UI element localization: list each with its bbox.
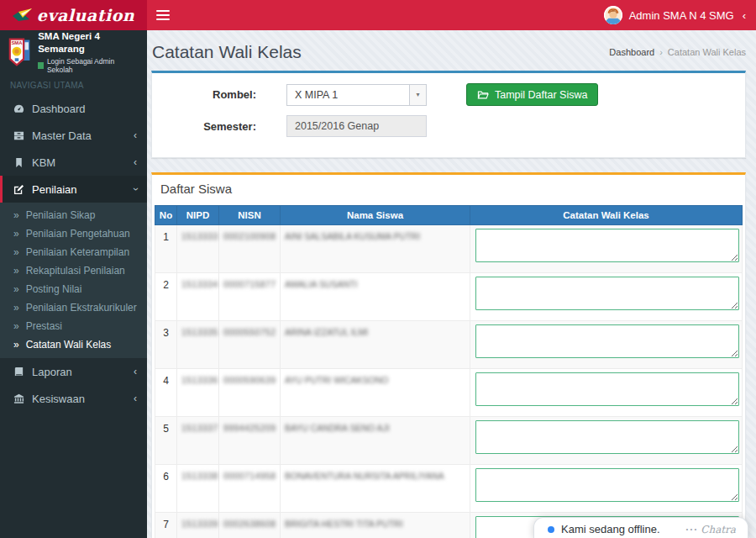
nama-siswa-cell: AINI SALSABILA KUSUMA PUTRI [281, 225, 470, 273]
catatan-textarea[interactable] [475, 468, 739, 502]
page-title: Catatan Wali Kelas [152, 42, 302, 62]
sidebar-item-kesiswaan[interactable]: Kesiswaan ‹ [0, 385, 147, 412]
sidebar: SMA SMA Negeri 4 Semarang Login Sebagai … [0, 30, 147, 538]
catatan-textarea[interactable] [475, 229, 739, 262]
row-number: 6 [155, 465, 177, 513]
brand-logo-link[interactable]: evaluation [0, 0, 147, 30]
chevron-down-icon: ‹ [130, 187, 140, 191]
table-row: 5 1513337 9994425209 BAYU CANDRA SENO AJ… [155, 417, 743, 465]
nisn-cell: 0000590639 [219, 369, 281, 417]
nama-siswa-cell: AYU PUTRI WICAKSONO [281, 369, 470, 417]
catatan-textarea[interactable] [475, 420, 739, 454]
bank-icon [13, 393, 24, 404]
nisn-cell: 0002100908 [219, 225, 281, 273]
bookmark-icon [13, 157, 24, 168]
double-angle-icon [13, 302, 19, 314]
double-angle-icon [13, 283, 19, 295]
nama-siswa-cell: ARINA IZZATUL ILMI [281, 321, 470, 369]
double-angle-icon [13, 228, 19, 240]
sidebar-subitem-prestasi[interactable]: Prestasi [0, 317, 147, 335]
chevron-down-icon: ▾ [409, 85, 426, 105]
catatan-textarea[interactable] [475, 277, 739, 310]
chat-status-text: Kami sedang offline. [561, 523, 660, 535]
chat-widget[interactable]: Kami sedang offline. Chatra [533, 517, 748, 538]
table-header-row: No NIPD NISN Nama Siswa Catatan Wali Kel… [155, 206, 743, 225]
nav-section-label: NAVIGASI UTAMA [0, 74, 147, 95]
col-no: No [155, 206, 177, 225]
chevron-left-icon: ‹ [743, 10, 746, 21]
paper-plane-logo-icon [13, 8, 33, 22]
catatan-cell [470, 465, 743, 513]
pencil-square-icon [13, 184, 24, 195]
dashboard-icon [13, 103, 24, 114]
breadcrumb-current: Catatan Wali Kelas [668, 47, 746, 57]
double-angle-icon [13, 209, 19, 221]
nipd-cell: 1513333 [177, 225, 219, 273]
nipd-cell: 1513334 [177, 273, 219, 321]
sidebar-subitem-penilaian-pengetahuan[interactable]: Penilaian Pengetahuan [0, 224, 147, 243]
row-number: 2 [155, 273, 177, 321]
row-number: 7 [155, 513, 177, 538]
rombel-select[interactable]: X MIPA 1 ▾ [286, 84, 427, 106]
sidebar-nav: Dashboard Master Data ‹ KBM ‹ [0, 95, 147, 412]
nipd-cell: 1513336 [177, 369, 219, 417]
nisn-cell: 9994425209 [219, 417, 281, 465]
row-number: 5 [155, 417, 177, 465]
tampil-daftar-siswa-button[interactable]: Tampil Daftar Siswa [466, 83, 598, 106]
nama-siswa-cell: BRIGITA HESTRI TITA PUTRI [281, 513, 470, 538]
sidebar-item-kbm[interactable]: KBM ‹ [0, 149, 147, 176]
sidebar-toggle-button[interactable] [156, 10, 170, 20]
table-row: 1 1513333 0002100908 AINI SALSABILA KUSU… [155, 225, 743, 273]
chevron-left-icon: ‹ [134, 393, 137, 404]
sidebar-subitem-penilaian-ekstrakurikuler[interactable]: Penilaian Ekstrakurikuler [0, 298, 147, 317]
table-row: 4 1513336 0000590639 AYU PUTRI WICAKSONO [155, 369, 743, 417]
sidebar-subitem-rekapitulasi-penilaian[interactable]: Rekapitulasi Penilaian [0, 261, 147, 280]
rombel-label: Rombel: [162, 88, 256, 101]
chevron-left-icon: ‹ [134, 157, 137, 167]
filter-panel: Rombel: X MIPA 1 ▾ Tampil Daftar Siswa S… [151, 71, 746, 158]
sidebar-subitem-posting-nilai[interactable]: Posting Nilai [0, 280, 147, 298]
chevron-left-icon: ‹ [134, 130, 137, 140]
row-number: 1 [155, 225, 177, 273]
sidebar-item-laporan[interactable]: Laporan ‹ [0, 358, 147, 385]
row-number: 3 [155, 321, 177, 369]
student-table: No NIPD NISN Nama Siswa Catatan Wali Kel… [155, 205, 743, 538]
online-status-dot-icon [548, 526, 554, 533]
breadcrumb-dashboard-link[interactable]: Dashboard [609, 47, 654, 57]
nama-siswa-cell: AMALIA SUSANTI [281, 273, 470, 321]
rombel-selected-value: X MIPA 1 [295, 89, 338, 101]
sidebar-item-master-data[interactable]: Master Data ‹ [0, 122, 147, 149]
double-angle-icon [13, 320, 19, 332]
content-header: Catatan Wali Kelas Dashboard Catatan Wal… [147, 30, 756, 71]
catatan-cell [470, 273, 743, 321]
sidebar-subitem-penilaian-keterampilan[interactable]: Penilaian Keterampilan [0, 243, 147, 261]
nisn-cell: 0000715877 [219, 273, 281, 321]
nisn-cell: 0000550752 [219, 321, 281, 369]
col-catatan-wali-kelas: Catatan Wali Kelas [470, 206, 743, 225]
catatan-cell [470, 417, 743, 465]
school-name: SMA Negeri 4 Semarang [38, 30, 139, 55]
catatan-cell [470, 225, 743, 273]
flag-icon [38, 62, 44, 69]
semester-input[interactable] [286, 115, 427, 137]
book-icon [13, 367, 24, 377]
user-menu[interactable]: Admin SMA N 4 SMG ‹ [604, 0, 746, 30]
daftar-siswa-panel: Daftar Siswa No NIPD NISN Nama Siswa Cat… [151, 172, 746, 538]
user-name-label: Admin SMA N 4 SMG [629, 9, 734, 22]
nisn-cell: 0000714958 [219, 465, 281, 513]
nipd-cell: 1513335 [177, 321, 219, 369]
panel-title: Daftar Siswa [152, 175, 745, 203]
nipd-cell: 1513339 [177, 513, 219, 538]
catatan-textarea[interactable] [475, 324, 739, 358]
breadcrumb: Dashboard Catatan Wali Kelas [609, 47, 746, 57]
col-nipd: NIPD [177, 206, 219, 225]
sidebar-item-dashboard[interactable]: Dashboard [0, 95, 147, 122]
sidebar-subitem-penilaian-sikap[interactable]: Penilaian Sikap [0, 206, 147, 224]
nipd-cell: 1513337 [177, 417, 219, 465]
sidebar-subitem-catatan-wali-kelas[interactable]: Catatan Wali Kelas [0, 335, 147, 354]
catatan-textarea[interactable] [475, 372, 739, 406]
folder-open-icon [477, 90, 489, 100]
sidebar-item-penilaian[interactable]: Penilaian ‹ [0, 176, 147, 203]
double-angle-icon [13, 246, 19, 258]
col-nama-siswa: Nama Siswa [281, 206, 470, 225]
